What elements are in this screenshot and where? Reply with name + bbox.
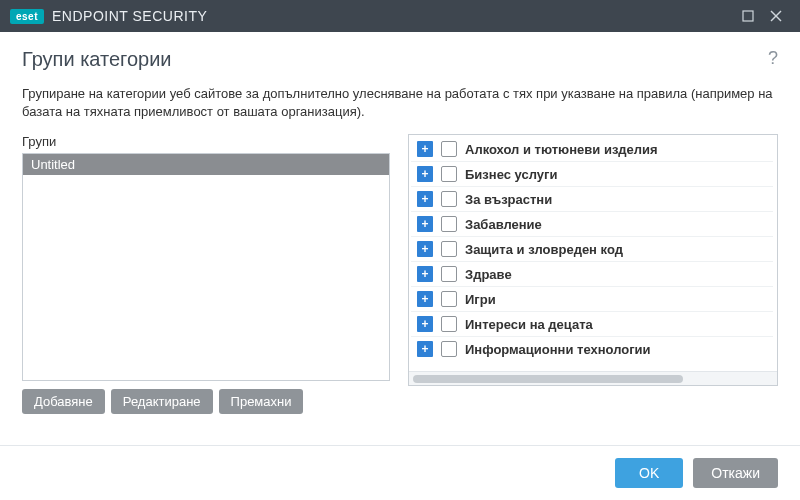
category-row: +Интереси на децата bbox=[411, 312, 773, 337]
category-checkbox[interactable] bbox=[441, 241, 457, 257]
groups-label: Групи bbox=[22, 134, 390, 149]
brand-badge: eset bbox=[10, 9, 44, 24]
category-label: Забавление bbox=[465, 217, 542, 232]
category-row: +Информационни технологии bbox=[411, 337, 773, 361]
category-label: Защита и зловреден код bbox=[465, 242, 623, 257]
category-label: Информационни технологии bbox=[465, 342, 651, 357]
close-icon bbox=[770, 10, 782, 22]
groups-list[interactable]: Untitled bbox=[22, 153, 390, 381]
category-checkbox[interactable] bbox=[441, 141, 457, 157]
expand-icon[interactable]: + bbox=[417, 291, 433, 307]
svg-rect-0 bbox=[743, 11, 753, 21]
ok-button[interactable]: OK bbox=[615, 458, 683, 488]
help-icon[interactable]: ? bbox=[768, 48, 778, 69]
minimize-button[interactable] bbox=[734, 2, 762, 30]
category-checkbox[interactable] bbox=[441, 191, 457, 207]
expand-icon[interactable]: + bbox=[417, 191, 433, 207]
close-button[interactable] bbox=[762, 2, 790, 30]
minimize-icon bbox=[742, 10, 754, 22]
title-bar: eset ENDPOINT SECURITY bbox=[0, 0, 800, 32]
horizontal-scrollbar[interactable] bbox=[409, 371, 777, 385]
categories-panel: +Алкохол и тютюневи изделия+Бизнес услуг… bbox=[408, 134, 778, 386]
category-row: +Игри bbox=[411, 287, 773, 312]
expand-icon[interactable]: + bbox=[417, 341, 433, 357]
page-description: Групиране на категории уеб сайтове за до… bbox=[22, 85, 778, 120]
page-title: Групи категории bbox=[22, 48, 768, 71]
category-checkbox[interactable] bbox=[441, 341, 457, 357]
expand-icon[interactable]: + bbox=[417, 166, 433, 182]
product-name-bold: SECURITY bbox=[133, 8, 208, 24]
remove-button[interactable]: Премахни bbox=[219, 389, 304, 414]
category-label: Игри bbox=[465, 292, 496, 307]
categories-scroll[interactable]: +Алкохол и тютюневи изделия+Бизнес услуг… bbox=[409, 135, 777, 371]
category-row: +Забавление bbox=[411, 212, 773, 237]
add-button[interactable]: Добавяне bbox=[22, 389, 105, 414]
category-label: Бизнес услуги bbox=[465, 167, 557, 182]
product-name-light: ENDPOINT bbox=[52, 8, 132, 24]
category-label: Алкохол и тютюневи изделия bbox=[465, 142, 658, 157]
category-label: За възрастни bbox=[465, 192, 552, 207]
category-row: +За възрастни bbox=[411, 187, 773, 212]
list-item[interactable]: Untitled bbox=[23, 154, 389, 175]
category-checkbox[interactable] bbox=[441, 216, 457, 232]
category-row: +Защита и зловреден код bbox=[411, 237, 773, 262]
cancel-button[interactable]: Откажи bbox=[693, 458, 778, 488]
category-label: Интереси на децата bbox=[465, 317, 593, 332]
category-checkbox[interactable] bbox=[441, 166, 457, 182]
expand-icon[interactable]: + bbox=[417, 141, 433, 157]
expand-icon[interactable]: + bbox=[417, 241, 433, 257]
expand-icon[interactable]: + bbox=[417, 216, 433, 232]
category-label: Здраве bbox=[465, 267, 512, 282]
expand-icon[interactable]: + bbox=[417, 316, 433, 332]
dialog-footer: OK Откажи bbox=[0, 445, 800, 500]
category-checkbox[interactable] bbox=[441, 316, 457, 332]
category-row: +Здраве bbox=[411, 262, 773, 287]
category-row: +Алкохол и тютюневи изделия bbox=[411, 137, 773, 162]
expand-icon[interactable]: + bbox=[417, 266, 433, 282]
category-checkbox[interactable] bbox=[441, 266, 457, 282]
category-row: +Бизнес услуги bbox=[411, 162, 773, 187]
category-checkbox[interactable] bbox=[441, 291, 457, 307]
edit-button[interactable]: Редактиране bbox=[111, 389, 213, 414]
product-name: ENDPOINT SECURITY bbox=[52, 8, 207, 24]
